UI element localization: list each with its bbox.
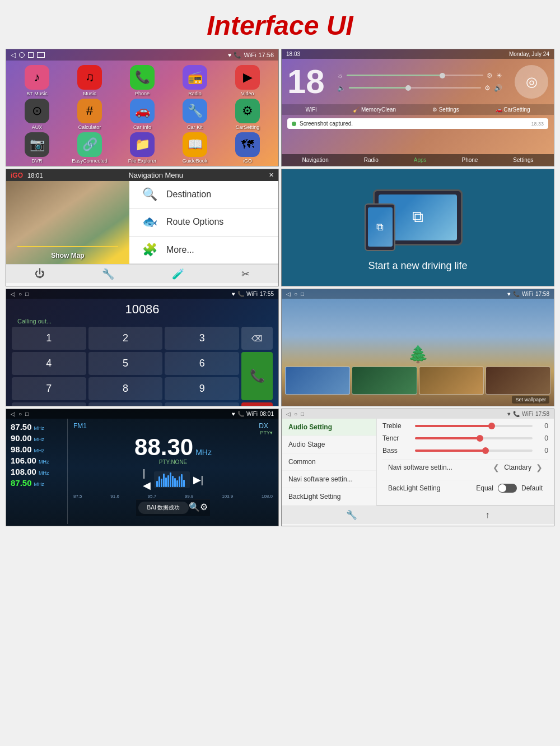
dialer-key-6[interactable]: 6 (165, 352, 239, 375)
settings-quick-icon[interactable]: ⚙ Settings (432, 106, 459, 113)
navi-right-chevron[interactable]: ❯ (536, 463, 543, 472)
nav-menu-more[interactable]: 🧩 More... (129, 237, 278, 264)
app-easyconnected[interactable]: 🔗 EasyConnected (64, 132, 115, 164)
calculator-icon: # (77, 99, 102, 123)
dialer-key-backspace[interactable]: ⌫ (241, 327, 273, 350)
app-video[interactable]: ▶ Video (222, 65, 273, 96)
back-icon[interactable]: ◁ (11, 51, 16, 59)
app-calculator[interactable]: # Calculator (64, 99, 115, 130)
audio-stage-item[interactable]: Audio Stage (282, 436, 376, 453)
tools-icon[interactable]: ✂ (241, 268, 250, 280)
audio-footer-settings-icon[interactable]: 🔧 (346, 509, 357, 520)
volume-track[interactable] (349, 87, 481, 89)
freq-106-00[interactable]: 106.00 MHz (11, 456, 67, 465)
app-carkit[interactable]: 🔧 Car Kit (170, 99, 220, 130)
wallpaper-thumb-2[interactable] (352, 367, 417, 395)
app-carsetting[interactable]: ⚙ CarSetting (222, 99, 273, 130)
dialer-key-4[interactable]: 4 (12, 352, 86, 375)
dialer-key-2[interactable]: 2 (88, 327, 163, 350)
freq-98-00[interactable]: 98.00 MHz (11, 444, 67, 454)
nav-apps[interactable]: Apps (414, 157, 427, 163)
radio-next-button[interactable]: ▶| (193, 474, 204, 486)
dialer-recent-icon[interactable]: □ (25, 291, 29, 297)
brightness-track[interactable] (347, 75, 483, 76)
dialer-back-icon[interactable]: ◁ (11, 291, 15, 297)
phone-label: Phone (135, 91, 150, 96)
radio-baidu-btn[interactable]: BAI 数据成功 (138, 502, 189, 514)
dialer-key-0[interactable]: 0 (88, 402, 163, 406)
audio-common-item[interactable]: Common (282, 453, 376, 471)
dialer-home-icon[interactable]: ○ (18, 291, 22, 297)
app-music[interactable]: ♫ Music (64, 65, 115, 96)
audio-back-icon[interactable]: ◁ (286, 411, 291, 417)
radio-recent-icon[interactable]: □ (25, 411, 29, 417)
nav-close-icon[interactable]: ✕ (269, 172, 274, 179)
wallpaper-thumb-3[interactable] (419, 367, 484, 395)
navi-left-chevron[interactable]: ❮ (493, 463, 500, 472)
dialer-key-hash[interactable]: # (165, 402, 239, 406)
wallpaper-thumb-1[interactable] (285, 367, 350, 395)
memory-clean-icon[interactable]: 🧹 MemoryClean (353, 106, 396, 113)
app-dvr[interactable]: 📷 DVR (12, 132, 62, 164)
set-wallpaper-button[interactable]: Set wallpaper (512, 396, 549, 404)
dialer-key-8[interactable]: 8 (88, 377, 163, 400)
app-igo[interactable]: 🗺 iGO (222, 132, 273, 164)
audio-footer-up-icon[interactable]: ↑ (486, 510, 490, 520)
radio-search-icon[interactable]: 🔍 (189, 502, 200, 514)
radio-back-icon[interactable]: ◁ (11, 411, 15, 417)
audio-setting-item[interactable]: Audio Setting (282, 419, 376, 436)
wallpaper-back-icon[interactable]: ◁ (286, 291, 291, 297)
power-icon[interactable]: ⏻ (35, 268, 45, 280)
settings-icon[interactable]: 🔧 (102, 268, 114, 280)
nav-menu-route-options[interactable]: 🐟 Route Options (129, 208, 278, 236)
dialer-key-5[interactable]: 5 (88, 352, 163, 375)
nav-menu-destination[interactable]: 🔍 Destination (129, 181, 278, 208)
radio-home-icon[interactable]: ○ (18, 411, 22, 417)
dialer-key-9[interactable]: 9 (165, 377, 239, 400)
car-setting-quick-icon[interactable]: 🚗 CarSetting (496, 106, 530, 113)
backlight-toggle[interactable] (498, 484, 517, 493)
nav-map-thumbnail[interactable]: Show Map (6, 181, 129, 264)
wifi-quick-icon[interactable]: WiFi (305, 106, 316, 113)
dialer-key-1[interactable]: 1 (12, 327, 86, 350)
aux-icon: ⊙ (25, 99, 49, 123)
wallpaper-recent-icon[interactable]: □ (301, 291, 304, 297)
tencr-track[interactable] (415, 437, 533, 439)
radio-settings-icon[interactable]: ⚙ (200, 502, 208, 514)
freq-108-00[interactable]: 108.00 MHz (11, 467, 67, 476)
home-icon[interactable] (19, 52, 25, 58)
volume-knob[interactable]: ◎ (515, 65, 548, 99)
recent-icon[interactable] (28, 52, 34, 58)
audio-recent-icon[interactable]: □ (301, 411, 304, 417)
bass-track[interactable] (415, 450, 533, 452)
app-aux[interactable]: ⊙ AUX (12, 99, 62, 130)
dialer-key-end[interactable]: 📵 (241, 402, 273, 406)
wallpaper-home-icon[interactable]: ○ (294, 291, 297, 297)
audio-backlight-item[interactable]: BackLight Setting (282, 488, 376, 506)
treble-track[interactable] (415, 425, 533, 427)
flask-icon[interactable]: 🧪 (172, 268, 184, 280)
nav-settings[interactable]: Settings (513, 157, 533, 163)
menu-icon[interactable] (37, 52, 45, 58)
app-phone[interactable]: 📞 Phone (117, 65, 167, 96)
dialer-key-star[interactable]: * (12, 402, 86, 406)
nav-navigation[interactable]: Navigation (302, 157, 328, 163)
dialer-key-7[interactable]: 7 (12, 377, 86, 400)
freq-90-00[interactable]: 90.00 MHz (11, 433, 67, 443)
nav-radio[interactable]: Radio (364, 157, 379, 163)
app-guidebook[interactable]: 📖 GuideBook (170, 132, 220, 164)
app-bt-music[interactable]: ♪ BT Music (12, 65, 62, 96)
audio-home-icon[interactable]: ○ (294, 411, 297, 417)
app-radio[interactable]: 📻 Radio (170, 65, 220, 96)
phone-screen: ⧉ (368, 207, 393, 247)
app-fileexplorer[interactable]: 📁 File Explorer (117, 132, 167, 164)
freq-87-50-b[interactable]: 87.50 MHz (11, 478, 67, 488)
nav-phone[interactable]: Phone (461, 157, 478, 163)
radio-prev-button[interactable]: |◀ (143, 467, 151, 492)
wallpaper-thumb-4[interactable] (486, 367, 550, 395)
freq-87-50[interactable]: 87.50 MHz (11, 422, 67, 432)
audio-navi-item[interactable]: Navi software settin... (282, 471, 376, 488)
dialer-key-call[interactable]: 📞 (241, 352, 273, 400)
dialer-key-3[interactable]: 3 (165, 327, 239, 350)
app-carinfo[interactable]: 🚗 Car Info (117, 99, 167, 130)
